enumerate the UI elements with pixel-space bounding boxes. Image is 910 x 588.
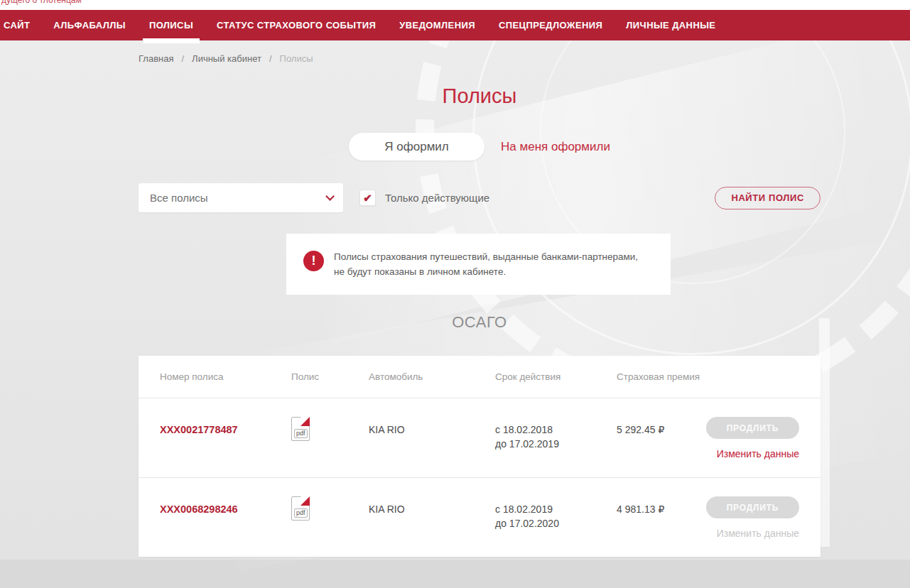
validity-to: до 17.02.2020	[495, 516, 617, 530]
exclamation-icon: !	[303, 251, 324, 271]
pdf-fold-corner	[300, 496, 310, 506]
nav-item-notifications[interactable]: УВЕДОМЛЕНИЯ	[399, 10, 475, 40]
breadcrumb-separator: /	[181, 53, 184, 64]
column-car: Автомобиль	[369, 371, 495, 382]
nav-item-special-offers[interactable]: СПЕЦПРЕДЛОЖЕНИЯ	[499, 10, 602, 40]
breadcrumb: Главная / Личный кабинет / Полисы	[139, 40, 820, 64]
breadcrumb-current: Полисы	[280, 53, 313, 64]
breadcrumb-separator: /	[269, 53, 272, 64]
premium-value: 4 981.13 ₽	[617, 502, 705, 516]
pdf-file-icon[interactable]: pdf	[291, 496, 310, 521]
pdf-label: pdf	[294, 508, 308, 518]
validity-to: до 17.02.2019	[495, 437, 617, 451]
validity-from: с 18.02.2018	[495, 423, 617, 437]
page-title: Полисы	[139, 85, 820, 108]
nav-item-alfaballs[interactable]: АЛЬФАБАЛЛЫ	[53, 10, 126, 40]
nav-item-personal-data[interactable]: ЛИЧНЫЕ ДАННЫЕ	[626, 10, 715, 40]
pdf-file-icon[interactable]: pdf	[291, 417, 310, 441]
renew-button[interactable]: ПРОДЛИТЬ	[706, 496, 799, 518]
find-policy-button[interactable]: НАЙТИ ПОЛИС	[715, 187, 820, 209]
chevron-down-icon	[325, 192, 335, 201]
pdf-label: pdf	[294, 429, 308, 438]
column-policy: Полис	[291, 371, 369, 382]
only-active-checkbox-wrap[interactable]: ✔ Только действующие	[359, 190, 489, 206]
table-row: XXX0068298246 pdf KIA RIO с 18.02.2019 д…	[139, 478, 820, 557]
edit-data-link[interactable]: Изменить данные	[717, 448, 799, 459]
car-model: KIA RIO	[369, 423, 495, 437]
notice-text: Полисы страхования путешествий, выданные…	[334, 249, 646, 279]
section-title-osago: ОСАГО	[139, 313, 820, 332]
clipped-top-text: дущего о тлотенцам	[1, 0, 82, 5]
owner-tabs: Я оформил На меня оформили	[139, 133, 820, 160]
breadcrumb-home[interactable]: Главная	[139, 53, 173, 64]
edit-data-link[interactable]: Изменить данные	[717, 528, 799, 539]
table-header-row: Номер полиса Полис Автомобиль Срок дейст…	[139, 356, 820, 398]
column-validity: Срок действия	[495, 371, 617, 382]
nav-item-site[interactable]: САЙТ	[4, 10, 30, 40]
renew-button[interactable]: ПРОДЛИТЬ	[706, 417, 799, 439]
policy-type-select-value: Все полисы	[150, 192, 208, 204]
tab-issued-by-me[interactable]: Я оформил	[349, 133, 484, 160]
policy-number-link[interactable]: XXX0021778487	[160, 423, 291, 437]
pdf-fold-corner	[300, 417, 310, 426]
background-bottom-band	[0, 560, 910, 588]
validity-from: с 18.02.2019	[495, 502, 617, 516]
only-active-label: Только действующие	[385, 192, 489, 204]
main-nav: САЙТ АЛЬФАБАЛЛЫ ПОЛИСЫ СТАТУС СТРАХОВОГО…	[0, 10, 910, 40]
nav-item-policies[interactable]: ПОЛИСЫ	[149, 10, 193, 40]
nav-item-claim-status[interactable]: СТАТУС СТРАХОВОГО СОБЫТИЯ	[217, 10, 376, 40]
table-row: XXX0021778487 pdf KIA RIO с 18.02.2018 д…	[139, 398, 820, 478]
tab-issued-for-me[interactable]: На меня оформили	[501, 140, 610, 154]
premium-value: 5 292.45 ₽	[617, 423, 705, 437]
clipped-top-text-strip: дущего о тлотенцам	[0, 0, 910, 10]
policy-number-link[interactable]: XXX0068298246	[160, 502, 291, 516]
policies-table: Номер полиса Полис Автомобиль Срок дейст…	[139, 356, 820, 557]
column-premium: Страховая премия	[617, 371, 705, 382]
notice-banner: ! Полисы страхования путешествий, выданн…	[286, 234, 671, 295]
column-policy-number: Номер полиса	[160, 371, 291, 382]
car-model: KIA RIO	[369, 502, 495, 516]
breadcrumb-cabinet[interactable]: Личный кабинет	[192, 53, 261, 64]
only-active-checkbox[interactable]: ✔	[359, 190, 376, 206]
policy-type-select[interactable]: Все полисы	[139, 183, 343, 212]
filter-row: Все полисы ✔ Только действующие НАЙТИ ПО…	[139, 183, 820, 212]
check-icon: ✔	[363, 192, 372, 205]
